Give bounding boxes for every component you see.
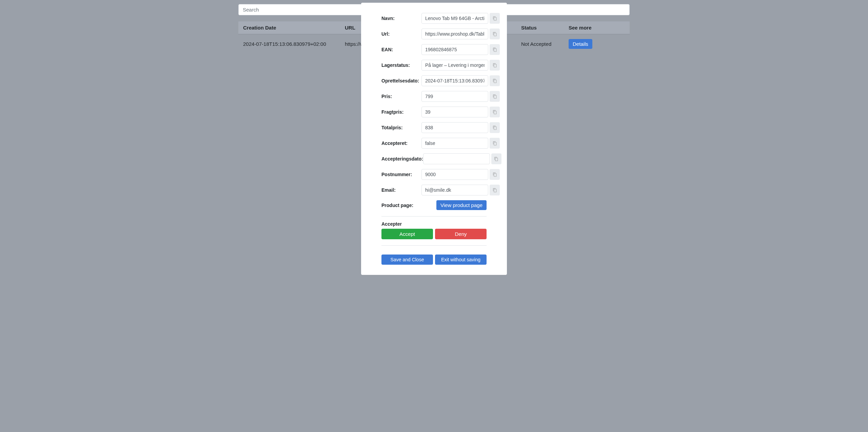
lagerstatus-copy-button[interactable] [490,60,500,71]
accepteringsdato-label: Accepteringsdato: [381,156,423,162]
exit-without-saving-button[interactable]: Exit without saving [435,255,487,265]
save-close-button[interactable]: Save and Close [381,255,433,265]
pris-label: Pris: [381,94,421,99]
pris-copy-button[interactable] [490,91,500,102]
ean-copy-button[interactable] [490,44,500,55]
accepteringsdato-copy-button[interactable] [491,153,501,164]
view-product-page-button[interactable]: View product page [436,200,487,210]
accept-button[interactable]: Accept [381,229,433,239]
url-label: Url: [381,31,421,37]
navn-input[interactable] [421,13,488,24]
accepter-label: Accepter [381,221,487,227]
oprettelsesdato-label: Oprettelsesdato: [381,78,421,83]
totalpris-copy-button[interactable] [490,122,500,133]
url-copy-button[interactable] [490,29,500,39]
fragtpris-label: Fragtpris: [381,109,421,115]
email-input[interactable] [421,185,488,195]
ean-label: EAN: [381,47,421,52]
totalpris-input[interactable] [421,122,488,133]
copy-icon [493,188,497,192]
accepteringsdato-input[interactable] [423,153,490,164]
copy-icon [494,157,498,161]
email-copy-button[interactable] [490,185,500,195]
fragtpris-copy-button[interactable] [490,107,500,117]
copy-icon [493,126,497,130]
ean-input[interactable] [421,44,488,55]
lagerstatus-input[interactable] [421,60,488,71]
postnummer-input[interactable] [421,169,488,180]
fragtpris-input[interactable] [421,107,488,117]
accepteret-label: Accepteret: [381,140,421,146]
details-modal: Navn: Url: EAN: [0,0,868,432]
product-page-label: Product page: [381,203,413,208]
copy-icon [493,79,497,83]
copy-icon [493,48,497,52]
copy-icon [493,16,497,21]
navn-label: Navn: [381,16,421,21]
copy-icon [493,110,497,114]
postnummer-copy-button[interactable] [490,169,500,180]
email-label: Email: [381,187,421,193]
copy-icon [493,141,497,146]
accepteret-copy-button[interactable] [490,138,500,149]
lagerstatus-label: Lagerstatus: [381,62,421,68]
navn-copy-button[interactable] [490,13,500,24]
pris-input[interactable] [421,91,488,102]
deny-button[interactable]: Deny [435,229,487,239]
url-input[interactable] [421,29,488,39]
copy-icon [493,94,497,99]
accepteret-input[interactable] [421,138,488,149]
oprettelsesdato-input[interactable] [421,75,488,86]
copy-icon [493,63,497,68]
postnummer-label: Postnummer: [381,172,421,177]
copy-icon [493,172,497,177]
copy-icon [493,32,497,36]
oprettelsesdato-copy-button[interactable] [490,75,500,86]
modal-content: Navn: Url: EAN: [361,3,507,275]
totalpris-label: Totalpris: [381,125,421,130]
